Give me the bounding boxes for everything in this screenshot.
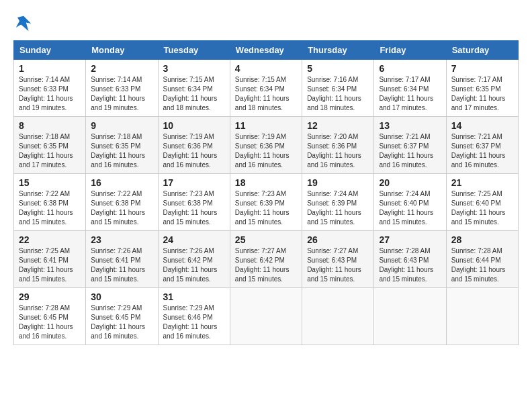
day-number: 6 bbox=[379, 63, 441, 74]
day-number: 7 bbox=[451, 63, 513, 74]
day-number: 21 bbox=[451, 177, 513, 188]
calendar-cell: 26 Sunrise: 7:27 AM Sunset: 6:43 PM Dayl… bbox=[302, 231, 374, 288]
calendar-cell: 15 Sunrise: 7:22 AM Sunset: 6:38 PM Dayl… bbox=[14, 174, 86, 231]
calendar-week-row: 29 Sunrise: 7:28 AM Sunset: 6:45 PM Dayl… bbox=[14, 288, 519, 345]
calendar-cell bbox=[230, 288, 302, 345]
calendar-cell: 13 Sunrise: 7:21 AM Sunset: 6:37 PM Dayl… bbox=[374, 117, 446, 174]
logo-icon bbox=[13, 13, 34, 34]
calendar-cell: 14 Sunrise: 7:21 AM Sunset: 6:37 PM Dayl… bbox=[446, 117, 518, 174]
day-number: 1 bbox=[19, 63, 81, 74]
calendar-cell bbox=[302, 288, 374, 345]
day-info: Sunrise: 7:24 AM Sunset: 6:39 PM Dayligh… bbox=[307, 189, 369, 227]
day-info: Sunrise: 7:15 AM Sunset: 6:34 PM Dayligh… bbox=[163, 75, 225, 113]
calendar-cell: 19 Sunrise: 7:24 AM Sunset: 6:39 PM Dayl… bbox=[302, 174, 374, 231]
day-number: 24 bbox=[163, 234, 225, 245]
calendar-week-row: 22 Sunrise: 7:25 AM Sunset: 6:41 PM Dayl… bbox=[14, 231, 519, 288]
day-number: 2 bbox=[91, 63, 152, 74]
calendar-header-row: SundayMondayTuesdayWednesdayThursdayFrid… bbox=[14, 41, 519, 60]
calendar-cell: 10 Sunrise: 7:19 AM Sunset: 6:36 PM Dayl… bbox=[158, 117, 230, 174]
day-number: 23 bbox=[91, 234, 152, 245]
day-info: Sunrise: 7:27 AM Sunset: 6:42 PM Dayligh… bbox=[235, 246, 297, 284]
calendar-cell: 4 Sunrise: 7:15 AM Sunset: 6:34 PM Dayli… bbox=[230, 60, 302, 117]
calendar-week-row: 15 Sunrise: 7:22 AM Sunset: 6:38 PM Dayl… bbox=[14, 174, 519, 231]
day-number: 12 bbox=[307, 120, 369, 131]
day-info: Sunrise: 7:21 AM Sunset: 6:37 PM Dayligh… bbox=[379, 132, 441, 170]
day-info: Sunrise: 7:21 AM Sunset: 6:37 PM Dayligh… bbox=[451, 132, 513, 170]
calendar-cell: 21 Sunrise: 7:25 AM Sunset: 6:40 PM Dayl… bbox=[446, 174, 518, 231]
day-info: Sunrise: 7:28 AM Sunset: 6:45 PM Dayligh… bbox=[19, 304, 81, 341]
day-number: 19 bbox=[307, 177, 369, 188]
calendar-cell: 9 Sunrise: 7:18 AM Sunset: 6:35 PM Dayli… bbox=[86, 117, 158, 174]
day-info: Sunrise: 7:14 AM Sunset: 6:33 PM Dayligh… bbox=[19, 75, 81, 113]
calendar-cell: 12 Sunrise: 7:20 AM Sunset: 6:36 PM Dayl… bbox=[302, 117, 374, 174]
calendar-table: SundayMondayTuesdayWednesdayThursdayFrid… bbox=[13, 40, 519, 345]
day-info: Sunrise: 7:24 AM Sunset: 6:40 PM Dayligh… bbox=[379, 189, 441, 227]
day-info: Sunrise: 7:19 AM Sunset: 6:36 PM Dayligh… bbox=[163, 132, 225, 170]
day-info: Sunrise: 7:26 AM Sunset: 6:42 PM Dayligh… bbox=[163, 246, 225, 284]
day-info: Sunrise: 7:18 AM Sunset: 6:35 PM Dayligh… bbox=[19, 132, 81, 170]
day-info: Sunrise: 7:19 AM Sunset: 6:36 PM Dayligh… bbox=[235, 132, 297, 170]
calendar-cell: 23 Sunrise: 7:26 AM Sunset: 6:41 PM Dayl… bbox=[86, 231, 158, 288]
day-info: Sunrise: 7:29 AM Sunset: 6:45 PM Dayligh… bbox=[91, 304, 152, 341]
day-info: Sunrise: 7:26 AM Sunset: 6:41 PM Dayligh… bbox=[91, 246, 152, 284]
day-number: 20 bbox=[379, 177, 441, 188]
day-info: Sunrise: 7:23 AM Sunset: 6:39 PM Dayligh… bbox=[235, 189, 297, 227]
calendar-cell: 7 Sunrise: 7:17 AM Sunset: 6:35 PM Dayli… bbox=[446, 60, 518, 117]
day-info: Sunrise: 7:16 AM Sunset: 6:34 PM Dayligh… bbox=[307, 75, 369, 113]
day-number: 11 bbox=[235, 120, 297, 131]
column-header-wednesday: Wednesday bbox=[230, 41, 302, 60]
day-info: Sunrise: 7:22 AM Sunset: 6:38 PM Dayligh… bbox=[91, 189, 152, 227]
day-info: Sunrise: 7:28 AM Sunset: 6:43 PM Dayligh… bbox=[379, 246, 441, 284]
calendar-cell: 24 Sunrise: 7:26 AM Sunset: 6:42 PM Dayl… bbox=[158, 231, 230, 288]
day-number: 13 bbox=[379, 120, 441, 131]
day-number: 3 bbox=[163, 63, 225, 74]
calendar-cell: 2 Sunrise: 7:14 AM Sunset: 6:33 PM Dayli… bbox=[86, 60, 158, 117]
day-info: Sunrise: 7:18 AM Sunset: 6:35 PM Dayligh… bbox=[91, 132, 152, 170]
day-number: 14 bbox=[451, 120, 513, 131]
column-header-thursday: Thursday bbox=[302, 41, 374, 60]
day-info: Sunrise: 7:25 AM Sunset: 6:41 PM Dayligh… bbox=[19, 246, 81, 284]
calendar-cell: 20 Sunrise: 7:24 AM Sunset: 6:40 PM Dayl… bbox=[374, 174, 446, 231]
svg-marker-0 bbox=[16, 16, 32, 32]
calendar-cell: 5 Sunrise: 7:16 AM Sunset: 6:34 PM Dayli… bbox=[302, 60, 374, 117]
calendar-cell: 25 Sunrise: 7:27 AM Sunset: 6:42 PM Dayl… bbox=[230, 231, 302, 288]
calendar-cell: 6 Sunrise: 7:17 AM Sunset: 6:34 PM Dayli… bbox=[374, 60, 446, 117]
calendar-cell bbox=[374, 288, 446, 345]
day-info: Sunrise: 7:17 AM Sunset: 6:34 PM Dayligh… bbox=[379, 75, 441, 113]
calendar-cell: 22 Sunrise: 7:25 AM Sunset: 6:41 PM Dayl… bbox=[14, 231, 86, 288]
day-number: 26 bbox=[307, 234, 369, 245]
day-info: Sunrise: 7:23 AM Sunset: 6:38 PM Dayligh… bbox=[163, 189, 225, 227]
calendar-cell: 28 Sunrise: 7:28 AM Sunset: 6:44 PM Dayl… bbox=[446, 231, 518, 288]
calendar-cell: 11 Sunrise: 7:19 AM Sunset: 6:36 PM Dayl… bbox=[230, 117, 302, 174]
day-number: 10 bbox=[163, 120, 225, 131]
day-number: 28 bbox=[451, 234, 513, 245]
column-header-friday: Friday bbox=[374, 41, 446, 60]
day-number: 22 bbox=[19, 234, 81, 245]
calendar-week-row: 8 Sunrise: 7:18 AM Sunset: 6:35 PM Dayli… bbox=[14, 117, 519, 174]
day-number: 18 bbox=[235, 177, 297, 188]
calendar-body: 1 Sunrise: 7:14 AM Sunset: 6:33 PM Dayli… bbox=[14, 60, 519, 345]
day-info: Sunrise: 7:25 AM Sunset: 6:40 PM Dayligh… bbox=[451, 189, 513, 227]
day-number: 27 bbox=[379, 234, 441, 245]
day-number: 16 bbox=[91, 177, 152, 188]
column-header-saturday: Saturday bbox=[446, 41, 518, 60]
calendar-cell: 18 Sunrise: 7:23 AM Sunset: 6:39 PM Dayl… bbox=[230, 174, 302, 231]
day-info: Sunrise: 7:17 AM Sunset: 6:35 PM Dayligh… bbox=[451, 75, 513, 113]
calendar-week-row: 1 Sunrise: 7:14 AM Sunset: 6:33 PM Dayli… bbox=[14, 60, 519, 117]
day-info: Sunrise: 7:28 AM Sunset: 6:44 PM Dayligh… bbox=[451, 246, 513, 284]
column-header-sunday: Sunday bbox=[14, 41, 86, 60]
calendar-cell: 17 Sunrise: 7:23 AM Sunset: 6:38 PM Dayl… bbox=[158, 174, 230, 231]
day-info: Sunrise: 7:27 AM Sunset: 6:43 PM Dayligh… bbox=[307, 246, 369, 284]
day-info: Sunrise: 7:22 AM Sunset: 6:38 PM Dayligh… bbox=[19, 189, 81, 227]
day-number: 4 bbox=[235, 63, 297, 74]
calendar-cell: 29 Sunrise: 7:28 AM Sunset: 6:45 PM Dayl… bbox=[14, 288, 86, 345]
day-info: Sunrise: 7:29 AM Sunset: 6:46 PM Dayligh… bbox=[163, 304, 225, 341]
day-number: 17 bbox=[163, 177, 225, 188]
column-header-tuesday: Tuesday bbox=[158, 41, 230, 60]
day-number: 15 bbox=[19, 177, 81, 188]
page-header bbox=[13, 13, 519, 34]
day-info: Sunrise: 7:15 AM Sunset: 6:34 PM Dayligh… bbox=[235, 75, 297, 113]
day-info: Sunrise: 7:14 AM Sunset: 6:33 PM Dayligh… bbox=[91, 75, 152, 113]
day-number: 9 bbox=[91, 120, 152, 131]
calendar-cell bbox=[446, 288, 518, 345]
